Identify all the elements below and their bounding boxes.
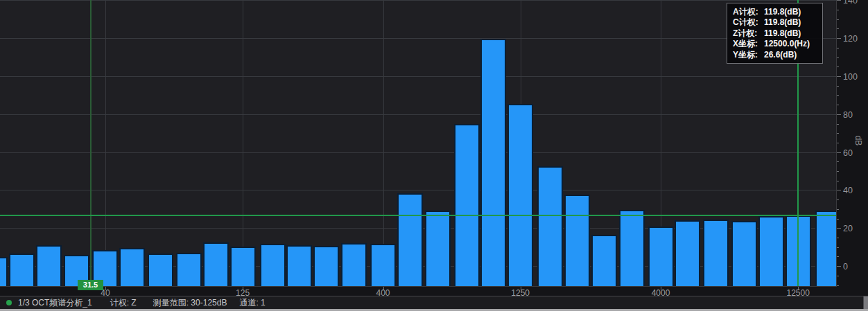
spectrum-bar-1250hz[interactable] xyxy=(507,104,533,287)
marker-cursor-line[interactable] xyxy=(90,0,92,287)
spectrum-bar-200hz[interactable] xyxy=(286,245,312,287)
y-minor-tick xyxy=(837,124,839,125)
readout-row-c-weight: C计权:119.8(dB) xyxy=(733,17,817,27)
y-minor-tick xyxy=(837,171,839,172)
y-minor-tick xyxy=(837,105,839,105)
y-minor-tick xyxy=(837,219,839,220)
y-axis-title: dB xyxy=(853,136,863,146)
y-minor-tick xyxy=(837,285,839,286)
cursor-readout-tooltip: A计权:119.8(dB) C计权:119.8(dB) Z计权:119.8(dB… xyxy=(727,3,823,64)
y-minor-tick xyxy=(837,143,839,143)
vertical-gridline xyxy=(105,0,106,287)
readout-value: 26.6(dB) xyxy=(764,50,797,60)
measurement-status-indicator-icon xyxy=(6,300,12,305)
y-minor-tick xyxy=(837,209,839,210)
spectrum-bar-20hz[interactable] xyxy=(9,254,35,287)
spectrum-bar-2500hz[interactable] xyxy=(591,235,617,287)
y-minor-tick xyxy=(837,161,839,162)
readout-value: 119.8(dB) xyxy=(764,17,801,27)
spectrum-bar-10000hz[interactable] xyxy=(758,216,784,287)
x-axis: 401254001250400012500 xyxy=(0,287,837,296)
spectrum-bar-125hz[interactable] xyxy=(230,247,256,287)
spectrum-bar-25hz[interactable] xyxy=(36,245,62,287)
y-minor-tick xyxy=(837,19,839,20)
spectrum-bar-63hz[interactable] xyxy=(148,254,173,287)
y-tick-label: 20 xyxy=(843,224,867,233)
spectrum-bar-630hz[interactable] xyxy=(425,211,451,287)
spectrum-bar-315hz[interactable] xyxy=(341,243,367,287)
y-minor-tick xyxy=(837,48,839,48)
spectrum-bar-3150hz[interactable] xyxy=(619,210,645,287)
y-major-tick xyxy=(837,228,841,229)
horizontal-gridline xyxy=(0,76,837,77)
readout-label: A计权: xyxy=(733,7,764,17)
weighting-info: 计权: Z xyxy=(110,297,137,309)
y-minor-tick xyxy=(837,66,839,67)
y-minor-tick xyxy=(837,247,839,248)
y-minor-tick xyxy=(837,199,839,200)
spectrum-bar-1000hz[interactable] xyxy=(480,39,506,287)
measurement-title: 1/3 OCT频谱分析_1 xyxy=(18,297,92,309)
horizontal-gridline xyxy=(0,0,837,1)
y-minor-tick xyxy=(837,238,839,238)
readout-row-y-coord: Y坐标:26.6(dB) xyxy=(733,49,817,60)
horizontal-gridline xyxy=(0,114,837,115)
spectrum-bar-4000hz[interactable] xyxy=(648,226,674,287)
readout-row-x-coord: X坐标:12500.0(Hz) xyxy=(733,38,817,48)
channel-info: 通道: 1 xyxy=(239,297,265,309)
spectrum-bar-6300hz[interactable] xyxy=(703,220,729,287)
readout-row-z-weight: Z计权:119.8(dB) xyxy=(733,28,817,38)
y-major-tick xyxy=(837,38,841,39)
y-minor-tick xyxy=(837,95,839,96)
spectrum-bar-16hz[interactable] xyxy=(0,257,8,287)
spectrum-bar-500hz[interactable] xyxy=(397,193,423,287)
y-tick-label: 60 xyxy=(843,149,867,157)
readout-value: 119.8(dB) xyxy=(764,28,801,38)
readout-label: X坐标: xyxy=(733,39,764,48)
y-tick-label: 0 xyxy=(843,263,867,271)
spectrum-plot[interactable] xyxy=(0,0,837,287)
spectrum-bar-8000hz[interactable] xyxy=(731,221,757,287)
y-tick-label: 140 xyxy=(843,0,867,5)
y-major-tick xyxy=(837,76,841,77)
spectrum-bar-800hz[interactable] xyxy=(454,124,480,287)
spectrum-bar-5000hz[interactable] xyxy=(675,220,700,287)
spectrum-analyzer-window: dB 020406080100120140 401254001250400012… xyxy=(0,0,868,311)
spectrum-bar-2000hz[interactable] xyxy=(564,195,590,287)
status-bar: 1/3 OCT频谱分析_1 计权: Z 测量范围: 30-125dB 通道: 1 xyxy=(0,296,868,309)
measurement-range-info: 测量范围: 30-125dB xyxy=(153,297,227,309)
y-major-tick xyxy=(837,190,841,190)
spectrum-bar-160hz[interactable] xyxy=(260,244,286,287)
y-major-tick xyxy=(837,266,841,267)
y-major-tick xyxy=(837,114,841,115)
spectrum-bar-250hz[interactable] xyxy=(313,246,339,287)
y-tick-label: 100 xyxy=(843,73,867,81)
y-minor-tick xyxy=(837,181,839,181)
y-cursor-line[interactable] xyxy=(0,215,837,216)
readout-value: 119.8(dB) xyxy=(764,7,801,17)
y-minor-tick xyxy=(837,256,839,257)
spectrum-bar-16000hz[interactable] xyxy=(815,211,837,287)
spectrum-bar-80hz[interactable] xyxy=(176,253,202,287)
vertical-gridline xyxy=(243,0,243,287)
y-minor-tick xyxy=(837,86,839,87)
corner-grip[interactable] xyxy=(863,296,868,309)
spectrum-bar-50hz[interactable] xyxy=(119,248,145,287)
y-minor-tick xyxy=(837,10,839,10)
y-minor-tick xyxy=(837,276,839,276)
spectrum-bar-400hz[interactable] xyxy=(370,244,396,287)
horizontal-gridline xyxy=(0,152,837,153)
readout-label: Z计权: xyxy=(733,28,764,38)
y-tick-label: 120 xyxy=(843,35,867,43)
y-minor-tick xyxy=(837,28,839,29)
readout-value: 12500.0(Hz) xyxy=(764,39,810,48)
y-major-tick xyxy=(837,152,841,153)
frequency-marker-badge[interactable]: 31.5 xyxy=(78,280,103,290)
horizontal-gridline xyxy=(0,38,837,39)
y-tick-label: 40 xyxy=(843,186,867,195)
y-tick-label: 80 xyxy=(843,111,867,119)
y-minor-tick xyxy=(837,57,839,58)
horizontal-gridline xyxy=(0,190,837,190)
spectrum-bar-100hz[interactable] xyxy=(203,242,229,287)
spectrum-bar-1600hz[interactable] xyxy=(537,166,563,287)
